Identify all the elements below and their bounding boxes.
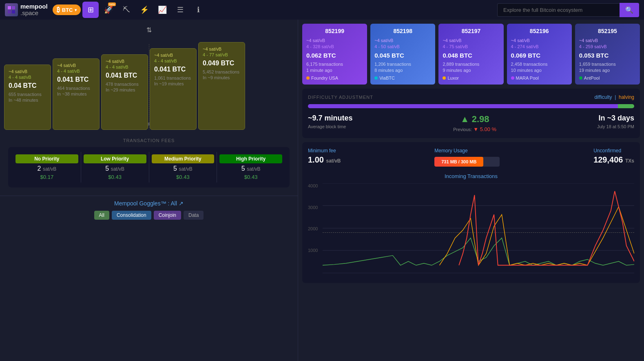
incoming-title: Incoming Transactions bbox=[308, 173, 634, 179]
search-button[interactable]: 🔍 bbox=[620, 3, 639, 17]
medium-sat: 5 sat/vB bbox=[173, 165, 193, 172]
pending-block-3[interactable]: ~4 sat/vB 4 - 4 sat/vB 0.041 BTC 478 tra… bbox=[101, 54, 148, 130]
diff-stats: ~9.7 minutes Average block time ▲ 2.98 P… bbox=[308, 114, 634, 132]
block1-fee-range: ~4 sat/vB bbox=[9, 69, 46, 74]
confirmed-block-852198[interactable]: 852198 ~4 sat/vB 4 - 50 sat/vB 0.045 BTC… bbox=[370, 24, 435, 85]
unconfirmed-stat: Unconfirmed 129,406 TXs bbox=[593, 148, 634, 165]
confirmed-block-852197[interactable]: 852197 ~4 sat/vB 4 - 75 sat/vB 0.048 BTC… bbox=[438, 24, 503, 85]
block-852199-btc: 0.062 BTC bbox=[306, 52, 363, 59]
no-priority-badge[interactable]: No Priority bbox=[15, 154, 78, 163]
block1-txcount: 655 transactions bbox=[9, 92, 46, 97]
diff-block-time: ~9.7 minutes Average block time bbox=[308, 114, 353, 129]
fee-no-priority: No Priority 2 sat/vB $0.17 bbox=[13, 152, 81, 183]
pending-block-2[interactable]: ~4 sat/vB 4 - 4 sat/vB 0.041 BTC 464 tra… bbox=[53, 58, 100, 130]
incoming-chart bbox=[323, 183, 634, 273]
fee-medium: Medium Priority 5 sat/vB $0.43 bbox=[149, 152, 217, 183]
pending-block-1[interactable]: ~4 sat/vB 4 - 4 sat/vB 0.04 BTC 655 tran… bbox=[4, 65, 51, 130]
logo-icon bbox=[5, 3, 18, 16]
diff-progress-bar bbox=[308, 104, 634, 108]
difficulty-section: DIFFICULTY ADJUSTMENT difficulty | halvi… bbox=[302, 89, 640, 138]
diff-change: ▲ 2.98 Previous: ▼ 5.00 % bbox=[453, 114, 496, 132]
btc-selector[interactable]: ₿ BTC ▾ bbox=[53, 4, 81, 15]
filter-data[interactable]: Data bbox=[184, 211, 204, 220]
svg-rect-2 bbox=[8, 10, 11, 13]
medium-priority-badge[interactable]: Medium Priority bbox=[152, 154, 215, 163]
high-usd: $0.43 bbox=[244, 174, 258, 180]
fees-label: TRANSACTION FEES bbox=[8, 138, 290, 143]
logo-area: mempool .space bbox=[5, 3, 48, 17]
confirmed-blocks-row: 852199 ~4 sat/vB 4 - 328 sat/vB 0.062 BT… bbox=[302, 24, 640, 85]
confirmed-block-852195[interactable]: 852195 ~4 sat/vB 4 - 259 sat/vB 0.053 BT… bbox=[575, 24, 640, 85]
medium-usd: $0.43 bbox=[176, 174, 190, 180]
filter-consolidation[interactable]: Consolidation bbox=[112, 211, 151, 220]
filter-coinjoin[interactable]: Coinjoin bbox=[154, 211, 181, 220]
block-852199-tx: 6,175 transactions bbox=[306, 62, 363, 67]
block1-time: In ~48 minutes bbox=[9, 98, 46, 103]
block-852199-fee1: ~4 sat/vB bbox=[306, 38, 363, 43]
sort-icon[interactable]: ⇅ bbox=[146, 26, 152, 34]
diff-header: DIFFICULTY ADJUSTMENT difficulty | halvi… bbox=[308, 94, 634, 100]
nav-chart[interactable]: 📈 bbox=[154, 2, 170, 18]
block-852199-fee2: 4 - 328 sat/vB bbox=[306, 44, 363, 49]
svg-rect-1 bbox=[12, 6, 15, 9]
high-sat: 5 sat/vB bbox=[241, 165, 261, 172]
chart-area: 4000 3000 2000 1000 bbox=[308, 183, 634, 277]
confirmed-block-852196[interactable]: 852196 ~4 sat/vB 4 - 274 sat/vB 0.069 BT… bbox=[507, 24, 572, 85]
search-input[interactable] bbox=[497, 3, 620, 17]
high-priority-badge[interactable]: High Priority bbox=[219, 154, 282, 163]
fees-section: TRANSACTION FEES No Priority 2 sat/vB $0… bbox=[0, 134, 298, 196]
block1-btc: 0.04 BTC bbox=[9, 82, 46, 89]
block1-fee-range2: 4 - 4 sat/vB bbox=[9, 75, 46, 80]
low-sat: 5 sat/vB bbox=[105, 165, 124, 172]
diff-links: difficulty | halving bbox=[594, 94, 634, 100]
block-852198-num: 852198 bbox=[374, 28, 431, 34]
goggles-title: Mempool Goggles™ : All ↗ bbox=[8, 200, 290, 207]
nav-tools[interactable]: ⛏ bbox=[118, 2, 135, 18]
divider bbox=[149, 44, 149, 130]
goggles-filters: All Consolidation Coinjoin Data bbox=[8, 211, 290, 220]
memory-stat: Memory Usage 731 MB / 300 MB bbox=[434, 148, 500, 167]
search-area: 🔍 bbox=[497, 3, 639, 17]
main-content: ⇅ ⇄ ~4 sat/vB 4 - 4 sat/vB 0.04 BTC 655 … bbox=[0, 20, 644, 361]
nav-doc[interactable]: ☰ bbox=[172, 2, 188, 18]
confirmed-block-852199[interactable]: 852199 ~4 sat/vB 4 - 328 sat/vB 0.062 BT… bbox=[302, 24, 367, 85]
nav-rocket[interactable]: 🚀beta bbox=[100, 2, 117, 18]
diff-eta: In ~3 days July 18 at 5:50 PM bbox=[597, 114, 634, 129]
navbar: mempool .space ₿ BTC ▾ ⊞ 🚀beta ⛏ ⚡ 📈 ☰ ℹ… bbox=[0, 0, 644, 20]
memory-bar: 731 MB / 300 MB bbox=[434, 157, 500, 167]
nav-lightning[interactable]: ⚡ bbox=[136, 2, 153, 18]
logo-text: mempool .space bbox=[20, 3, 48, 17]
filter-all[interactable]: All bbox=[94, 211, 109, 220]
no-priority-usd: $0.17 bbox=[40, 174, 54, 180]
mempool-stats: Minimum fee 1.00 sat/vB Memory Usage 731… bbox=[302, 142, 640, 283]
fee-low: Low Priority 5 sat/vB $0.43 bbox=[81, 152, 149, 183]
left-panel: ⇅ ⇄ ~4 sat/vB 4 - 4 sat/vB 0.04 BTC 655 … bbox=[0, 20, 298, 361]
block-852199-pool: Foundry USA bbox=[306, 76, 363, 80]
block-852199-time: 1 minute ago bbox=[306, 68, 363, 73]
memstats-row: Minimum fee 1.00 sat/vB Memory Usage 731… bbox=[308, 148, 634, 167]
fee-priorities: No Priority 2 sat/vB $0.17 Low Priority … bbox=[8, 147, 290, 187]
svg-rect-0 bbox=[8, 6, 11, 9]
pending-block-4[interactable]: ~4 sat/vB 4 - 4 sat/vB 0.041 BTC 1,061 t… bbox=[150, 48, 197, 130]
no-priority-sat: 2 sat/vB bbox=[38, 165, 57, 172]
low-priority-badge[interactable]: Low Priority bbox=[84, 154, 146, 163]
right-panel: 852199 ~4 sat/vB 4 - 328 sat/vB 0.062 BT… bbox=[298, 20, 644, 361]
low-usd: $0.43 bbox=[108, 174, 122, 180]
block-852199-num: 852199 bbox=[306, 28, 363, 34]
pending-blocks-area: ⇅ ⇄ ~4 sat/vB 4 - 4 sat/vB 0.04 BTC 655 … bbox=[0, 20, 298, 134]
chart-y-labels: 4000 3000 2000 1000 bbox=[308, 183, 320, 269]
pending-block-5[interactable]: ~4 sat/vB 4 - 77 sat/vB 0.049 BTC 5,452 … bbox=[198, 42, 245, 130]
goggles-section: Mempool Goggles™ : All ↗ All Consolidati… bbox=[0, 196, 298, 228]
memory-fill: 731 MB / 300 MB bbox=[434, 157, 483, 167]
min-fee-stat: Minimum fee 1.00 sat/vB bbox=[308, 148, 341, 165]
nav-dashboard[interactable]: ⊞ bbox=[82, 2, 99, 18]
svg-rect-3 bbox=[12, 10, 15, 13]
diff-label: DIFFICULTY ADJUSTMENT bbox=[308, 95, 373, 100]
fee-high: High Priority 5 sat/vB $0.43 bbox=[217, 152, 285, 183]
nav-info[interactable]: ℹ bbox=[190, 2, 206, 18]
